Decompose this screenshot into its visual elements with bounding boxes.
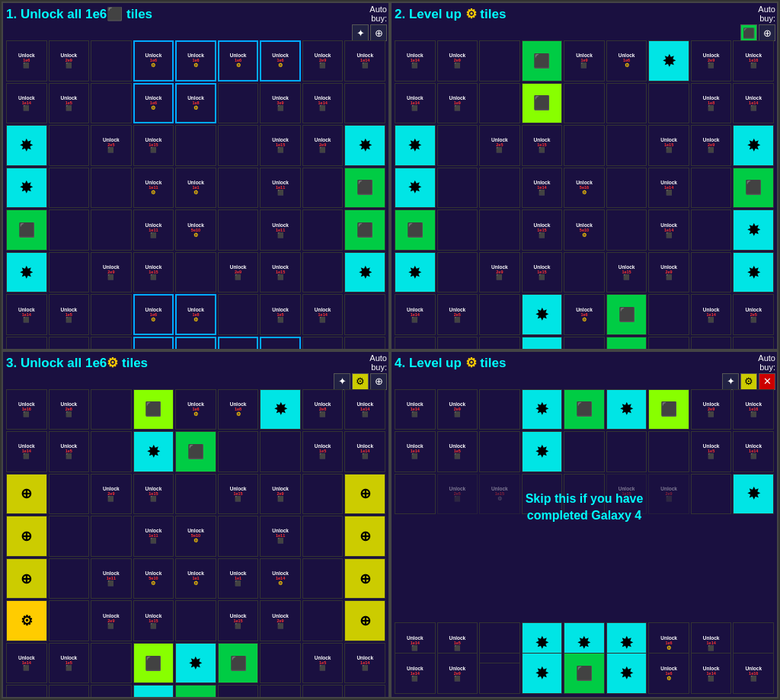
tile[interactable]: Unlock1e14⬛ <box>648 209 689 251</box>
q3-auto-buttons[interactable]: ✦ ⚙ ⊕ <box>334 373 387 390</box>
tile[interactable]: Unlock1e16⬛ <box>6 389 47 430</box>
tile[interactable]: Unlock2e5⬛ <box>437 294 478 335</box>
tile[interactable]: Unlock1e11⬛ <box>91 558 132 599</box>
tile[interactable]: Unlock2e9⬛ <box>437 40 478 82</box>
tile[interactable]: Unlock2e9⬛ <box>260 474 301 515</box>
tile[interactable]: Unlock2e8⬛ <box>437 337 478 350</box>
tile[interactable]: Unlock1e15⬛ <box>133 600 174 641</box>
tile-cube-q3r7[interactable]: ⬛ <box>133 643 174 684</box>
tile-gear-q3r4[interactable]: ⊕ <box>6 516 47 557</box>
tile-cube-r5[interactable]: ⬛ <box>395 209 436 251</box>
tile-cube-q4r1c[interactable]: ⬛ <box>648 389 689 430</box>
tile-cube2[interactable]: ⬛ <box>522 83 563 124</box>
tile[interactable]: Unlock1e15⬛ <box>522 209 563 251</box>
tile[interactable]: Unlock2e9⬛ <box>691 389 732 430</box>
tile-star[interactable]: ✸ <box>648 40 689 82</box>
tile-cube-r5[interactable]: ⬛ <box>6 209 47 251</box>
tile[interactable]: Unlock1e11⬛ <box>133 209 174 251</box>
tile-starburst-r6[interactable]: ✸ <box>6 252 47 293</box>
q1-auto-btn-2[interactable]: ⊕ <box>370 24 387 41</box>
tile[interactable]: Unlock1e6⚙ <box>133 40 174 82</box>
q3-auto-btn-1[interactable]: ✦ <box>334 373 350 390</box>
tile-cube-q3r7b[interactable]: ⬛ <box>218 643 259 684</box>
q2-auto-btn-1[interactable]: ⬛ <box>740 24 757 41</box>
tile[interactable]: Unlock2e5⬛ <box>479 125 520 166</box>
tile-star-q3r8[interactable]: ✸ <box>133 685 174 698</box>
tile-star-r5[interactable]: ✸ <box>733 209 774 251</box>
tile[interactable]: Unlock1e15⬛ <box>522 125 563 166</box>
tile[interactable]: Unlock1e5⬛ <box>49 643 90 684</box>
tile-star-r8[interactable]: ✸ <box>522 337 563 350</box>
q4-auto-btn-1[interactable]: ✦ <box>722 373 739 390</box>
tile[interactable]: Unlock2e8⬛ <box>302 685 344 698</box>
q4-auto-buttons[interactable]: ✦ ⚙ ✕ <box>722 373 775 390</box>
tile[interactable]: Unlock2e5⬛ <box>691 337 732 350</box>
tile[interactable]: Unlock1e6⚙ <box>133 337 174 350</box>
tile-star-r7[interactable]: ✸ <box>522 294 563 335</box>
tile[interactable]: Unlock1e6⚙ <box>564 294 605 335</box>
tile-star-q3r7[interactable]: ✸ <box>175 643 216 684</box>
tile[interactable]: Unlock1e11⬛ <box>260 168 301 209</box>
tile[interactable]: Unlock2e9⬛ <box>479 252 520 293</box>
tile[interactable]: Unlock1e6⚙ <box>564 337 605 350</box>
tile[interactable]: Unlock1e6⚙ <box>260 337 301 350</box>
tile[interactable]: Unlock1e5⬛ <box>302 643 344 684</box>
tile[interactable]: Unlock1e15⬛ <box>133 252 174 293</box>
tile-star-q4r3[interactable]: ✸ <box>733 474 774 515</box>
tile[interactable]: Unlock2e5⬛ <box>733 294 774 335</box>
tile-cube[interactable]: ⬛ <box>522 40 563 82</box>
tile[interactable]: Unlock1e9⬛ <box>564 40 605 82</box>
tile[interactable]: Unlock2e8⬛ <box>302 337 344 350</box>
tile[interactable]: Unlock1e6⚙ <box>133 83 174 124</box>
tile-starburst-r3[interactable]: ✸ <box>344 125 385 166</box>
tile-star-q3r2[interactable]: ✸ <box>133 431 174 472</box>
tile[interactable]: Unlock2e9⬛ <box>49 40 90 82</box>
tile-star-q4bot2[interactable]: ✸ <box>522 653 563 694</box>
q4-auto-btn-2[interactable]: ⚙ <box>740 373 757 390</box>
tile[interactable]: Unlock1e5⬛ <box>302 431 344 472</box>
tile[interactable]: Unlock5e16⚙ <box>564 168 605 209</box>
tile-gear-q3r6b[interactable]: ⊕ <box>344 600 385 641</box>
tile[interactable]: Unlock1e11⬛ <box>260 209 301 251</box>
tile[interactable]: Unlock1e14⬛ <box>344 643 385 684</box>
tile[interactable]: Unlock1e6⚙ <box>218 40 259 82</box>
tile[interactable]: Unlock5e10⚙ <box>175 209 216 251</box>
tile-cube-q3r2[interactable]: ⬛ <box>175 431 216 472</box>
q4-auto-btn-3[interactable]: ✕ <box>759 373 775 390</box>
tile[interactable]: Unlock1e8⚙ <box>175 294 216 335</box>
tile[interactable]: Unlock1e16⬛ <box>6 685 47 698</box>
tile[interactable]: Unlock1e16⬛ <box>6 337 47 350</box>
tile-cube-r5b[interactable]: ⬛ <box>344 209 385 251</box>
tile[interactable]: Unlock2e9⬛ <box>691 40 732 82</box>
tile[interactable]: Unlock1e14⬛ <box>648 168 689 209</box>
tile[interactable]: Unlock1e16⬛ <box>733 337 774 350</box>
tile[interactable]: Unlock1e14⬛ <box>6 83 47 124</box>
tile[interactable]: Unlock2e5⬛ <box>91 125 132 166</box>
tile[interactable]: Unlock1e14⬛ <box>395 431 436 472</box>
tile[interactable]: Unlock1e8⚙ <box>175 337 216 350</box>
tile[interactable]: Unlock2e4⬛ <box>49 337 90 350</box>
tile[interactable]: Unlock1e11⬛ <box>133 516 174 557</box>
tile[interactable]: Unlock5e10⚙ <box>133 558 174 599</box>
tile-cube-r4[interactable]: ⬛ <box>344 168 385 209</box>
tile-cube-r8[interactable]: ⬛ <box>606 337 647 350</box>
tile-gear-big[interactable]: ⚙ <box>6 600 47 641</box>
tile[interactable]: Unlock1e14⬛ <box>302 294 344 335</box>
tile-starburst[interactable]: ✸ <box>6 125 47 166</box>
tile[interactable]: Unlock5e10⚙ <box>564 209 605 251</box>
tile-gear-q3r5b[interactable]: ⊕ <box>344 558 385 599</box>
q3-auto-btn-2[interactable]: ⚙ <box>352 373 369 390</box>
tile[interactable]: Unlock1e15⬛ <box>133 125 174 166</box>
tile[interactable]: Unlock2e9⬛ <box>218 252 259 293</box>
tile[interactable]: Unlock1e11⚙ <box>133 168 174 209</box>
tile[interactable]: Unlock1e14⬛ <box>691 653 732 694</box>
tile[interactable]: Unlock2e9⬛ <box>437 389 478 430</box>
tile[interactable]: Unlock1e6⚙ <box>260 40 301 82</box>
tile[interactable]: Unlock1e14⬛ <box>6 643 47 684</box>
tile[interactable]: Unlock1e14⚙ <box>260 558 301 599</box>
tile-cube-q3r8[interactable]: ⬛ <box>175 685 216 698</box>
tile-star-q3r1[interactable]: ✸ <box>260 389 301 430</box>
tile[interactable]: Unlock1e14⬛ <box>344 40 385 82</box>
tile[interactable]: Unlock1e16⬛ <box>733 389 774 430</box>
tile-star-r6b[interactable]: ✸ <box>733 252 774 293</box>
